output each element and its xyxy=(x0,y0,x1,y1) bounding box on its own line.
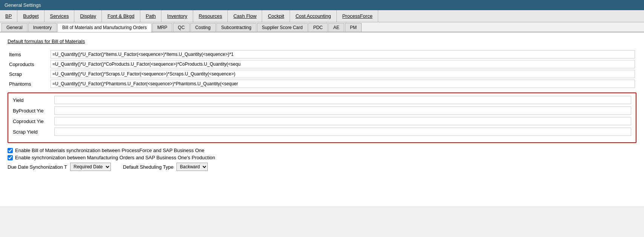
sub-tab-subcontracting[interactable]: Subcontracting xyxy=(216,23,256,32)
yield-label: Scrap Yield xyxy=(11,126,53,137)
top-tab-font-bkgd[interactable]: Font & Bkgd xyxy=(102,10,140,22)
formula-input[interactable] xyxy=(51,50,635,58)
top-tab-bp[interactable]: BP xyxy=(0,10,17,22)
formula-table: ItemsCoproductsScrapPhantoms xyxy=(8,49,636,89)
sub-tabs-bar: GeneralInventoryBill of Materials and Ma… xyxy=(0,22,644,32)
table-row: Coproduct Yie xyxy=(11,116,633,126)
top-tab-services[interactable]: Services xyxy=(44,10,75,22)
top-tabs-bar: BPBudgetServicesDisplayFont & BkgdPathIn… xyxy=(0,10,644,22)
top-tab-display[interactable]: Display xyxy=(74,10,102,22)
formula-input[interactable] xyxy=(51,80,635,88)
section-title[interactable]: Default formulas for Bill of Materials xyxy=(8,38,636,44)
yield-input[interactable] xyxy=(54,117,631,125)
checkbox-label-sync-bom: Enable Bill of Materials synchronization… xyxy=(15,148,204,153)
sub-tab-ae[interactable]: AE xyxy=(328,23,344,32)
top-tab-processforce[interactable]: ProcessForce xyxy=(337,10,378,22)
formula-label: Phantoms xyxy=(8,79,49,89)
formula-label: Items xyxy=(8,49,49,59)
top-tab-cockpit[interactable]: Cockpit xyxy=(262,10,290,22)
checkbox-sync-mo[interactable] xyxy=(8,155,13,160)
table-row: Scrap Yield xyxy=(11,126,633,137)
title-bar-label: General Settings xyxy=(5,2,41,8)
formula-label: Scrap xyxy=(8,69,49,79)
due-date-label: Due Date Synchonization T xyxy=(8,164,67,170)
top-tab-resources[interactable]: Resources xyxy=(193,10,228,22)
top-tab-path[interactable]: Path xyxy=(140,10,162,22)
checkbox-label-sync-mo: Enable synchronization between Manufactu… xyxy=(15,155,215,160)
due-date-dropdown[interactable]: Required DateDelivery DateNone xyxy=(70,163,111,171)
due-date-row: Due Date Synchonization T Required DateD… xyxy=(8,163,636,171)
yield-label: ByProduct Yie xyxy=(11,105,53,116)
sub-tab-costing[interactable]: Costing xyxy=(190,23,216,32)
checkbox-row-sync-bom: Enable Bill of Materials synchronization… xyxy=(8,148,636,153)
sub-tab-qc[interactable]: QC xyxy=(173,23,190,32)
formula-input[interactable] xyxy=(51,70,635,78)
checkbox-sync-bom[interactable] xyxy=(8,148,13,153)
sub-tab-supplier-score-card[interactable]: Supplier Score Card xyxy=(257,23,308,32)
top-tab-inventory[interactable]: Inventory xyxy=(161,10,193,22)
scheduling-dropdown[interactable]: BackwardForward xyxy=(176,163,208,171)
title-bar: General Settings xyxy=(0,0,644,10)
table-row: Scrap xyxy=(8,69,636,79)
yield-label: Yield xyxy=(11,95,53,105)
scheduling-label: Default Sheduling Type xyxy=(123,164,173,170)
checkbox-row-sync-mo: Enable synchronization between Manufactu… xyxy=(8,155,636,160)
top-tab-cost-accounting[interactable]: Cost Accounting xyxy=(290,10,337,22)
table-row: ByProduct Yie xyxy=(11,105,633,116)
yield-table: YieldByProduct YieCoproduct YieScrap Yie… xyxy=(11,95,633,137)
table-row: Phantoms xyxy=(8,79,636,89)
top-tab-cash-flow[interactable]: Cash Flow xyxy=(228,10,262,22)
sub-tab-pm[interactable]: PM xyxy=(345,23,362,32)
sub-tab-pdc[interactable]: PDC xyxy=(308,23,328,32)
yield-group: YieldByProduct YieCoproduct YieScrap Yie… xyxy=(8,92,636,143)
top-tab-budget[interactable]: Budget xyxy=(17,10,44,22)
yield-label: Coproduct Yie xyxy=(11,116,53,126)
formula-input[interactable] xyxy=(51,60,635,68)
table-row: Coproducts xyxy=(8,59,636,69)
table-row: Items xyxy=(8,49,636,59)
yield-input[interactable] xyxy=(54,96,631,104)
content-area: Default formulas for Bill of Materials I… xyxy=(0,32,644,206)
checkboxes-container: Enable Bill of Materials synchronization… xyxy=(8,148,636,160)
sub-tab-inventory[interactable]: Inventory xyxy=(28,23,57,32)
yield-input[interactable] xyxy=(54,128,631,136)
yield-input[interactable] xyxy=(54,106,631,115)
formula-label: Coproducts xyxy=(8,59,49,69)
sub-tab-general[interactable]: General xyxy=(2,23,28,32)
sub-tab-bom[interactable]: Bill of Materials and Manufacturing Orde… xyxy=(57,23,152,32)
sub-tab-mrp[interactable]: MRP xyxy=(152,23,172,32)
table-row: Yield xyxy=(11,95,633,105)
